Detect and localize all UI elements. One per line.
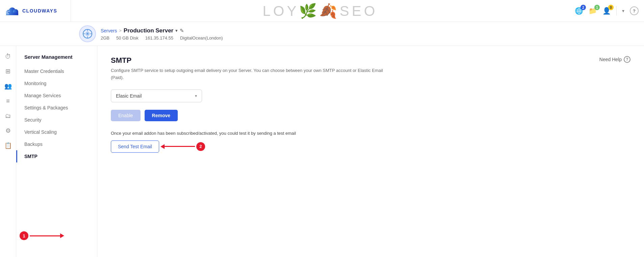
server-dropdown-icon[interactable]: ▾ — [175, 28, 178, 33]
sidebar-users-icon[interactable]: 👥 — [2, 80, 15, 93]
smtp-dropdown-value: Elasic Email — [116, 93, 142, 99]
icon-sidebar: ⏱ ⊞ 👥 ≡ 🗂 ⚙ 📋 — [0, 46, 16, 257]
enable-button[interactable]: Enable — [111, 110, 141, 121]
arrow-right-1 — [30, 233, 64, 238]
sidebar-clock-icon[interactable]: ⏱ — [2, 50, 15, 63]
www-badge[interactable]: 🌐 2 — [575, 7, 583, 15]
annotation-1: 1 — [20, 231, 64, 240]
server-ip: 161.35.174.55 — [145, 35, 173, 41]
server-meta: 2GB 50 GB Disk 161.35.174.55 DigitalOcea… — [101, 35, 223, 41]
test-email-desc: Once your email addon has been subscribe… — [111, 131, 327, 136]
nav-item-master-credentials[interactable]: Master Credentials — [16, 65, 97, 77]
logo-area[interactable]: CLOUDWAYS — [0, 0, 71, 22]
smtp-description: Configure SMTP service to setup outgoing… — [111, 67, 388, 81]
left-nav: Server Management Master Credentials Mon… — [16, 46, 97, 257]
smtp-buttons-row: Enable Remove — [111, 110, 630, 121]
nav-item-manage-services[interactable]: Manage Services — [16, 89, 97, 102]
breadcrumb-server-name: Production Server — [124, 27, 173, 34]
topbar-right: 🌐 2 📁 1 👤 0 ▾ ? — [569, 0, 644, 22]
smtp-content: SMTP Need Help ? Configure SMTP service … — [97, 46, 644, 257]
nav-item-settings-packages[interactable]: Settings & Packages — [16, 102, 97, 114]
smtp-title: SMTP — [111, 56, 131, 65]
need-help[interactable]: Need Help ? — [599, 56, 630, 63]
need-help-label: Need Help — [599, 57, 622, 62]
send-test-email-button[interactable]: Send Test Email — [111, 140, 159, 153]
remove-button[interactable]: Remove — [145, 110, 178, 121]
sidebar-list-icon[interactable]: ≡ — [2, 95, 15, 107]
folder-count: 1 — [594, 5, 600, 10]
nav-item-vertical-scaling[interactable]: Vertical Scaling — [16, 126, 97, 138]
sidebar-settings-icon[interactable]: ⚙ — [2, 124, 15, 137]
server-edit-icon[interactable]: ✎ — [180, 28, 184, 34]
topbar-divider — [616, 6, 617, 16]
left-nav-title: Server Management — [16, 54, 97, 65]
badge-2: 2 — [196, 142, 205, 151]
user-count: 0 — [608, 5, 614, 10]
user-badge[interactable]: 👤 0 — [602, 7, 611, 15]
nav-item-monitoring[interactable]: Monitoring — [16, 77, 97, 89]
topbar-dropdown-arrow[interactable]: ▾ — [622, 8, 624, 14]
server-disk: 50 GB Disk — [116, 35, 139, 41]
breadcrumb-servers[interactable]: Servers — [101, 28, 117, 33]
server-header: Servers > Production Server ▾ ✎ 2GB 50 G… — [0, 22, 644, 46]
sidebar-report-icon[interactable]: 📋 — [2, 139, 15, 152]
loyseo-logo: LOY🌿🍂SEO — [71, 0, 569, 22]
breadcrumb: Servers > Production Server ▾ ✎ — [101, 27, 223, 34]
smtp-dropdown-wrapper[interactable]: Elasic Email ▾ — [111, 89, 202, 102]
annotation-2: 2 — [160, 142, 205, 151]
sidebar-folder-icon[interactable]: 🗂 — [2, 109, 15, 122]
breadcrumb-separator: > — [119, 28, 122, 33]
server-avatar-icon — [83, 29, 92, 38]
logo-text: CLOUDWAYS — [22, 8, 57, 14]
nav-item-security[interactable]: Security — [16, 114, 97, 126]
server-avatar — [79, 25, 96, 42]
help-circle-icon[interactable]: ? — [624, 56, 630, 63]
www-count: 2 — [580, 5, 586, 10]
nav-item-smtp[interactable]: SMTP — [16, 150, 97, 162]
cloudways-logo-icon — [5, 6, 20, 16]
sidebar-grid-icon[interactable]: ⊞ — [2, 65, 15, 78]
topbar-help[interactable]: ? — [630, 6, 639, 15]
server-ram: 2GB — [101, 35, 109, 41]
folder-badge[interactable]: 📁 1 — [589, 7, 597, 15]
server-provider: DigitalOcean(London) — [180, 35, 223, 41]
smtp-dropdown-chevron: ▾ — [195, 94, 197, 98]
nav-item-backups[interactable]: Backups — [16, 138, 97, 150]
badge-1: 1 — [20, 231, 28, 240]
svg-point-9 — [87, 33, 88, 34]
